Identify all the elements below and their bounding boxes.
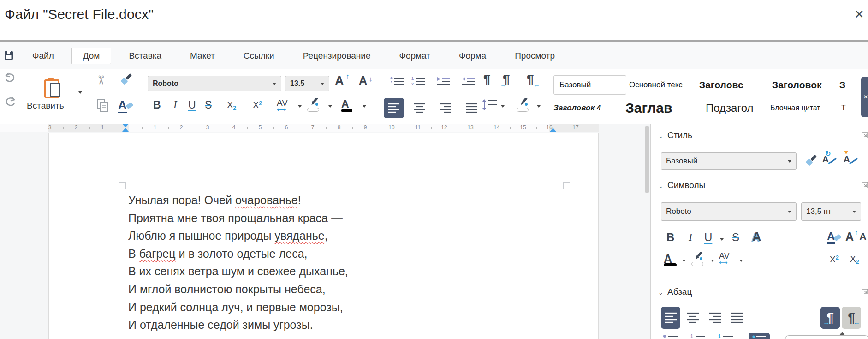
paragraph-shading-icon[interactable]	[517, 98, 529, 108]
sb-font-color-dropdown[interactable]	[682, 260, 686, 262]
paragraph-shading-dropdown[interactable]	[537, 105, 541, 108]
italic-icon[interactable]: I	[173, 99, 177, 111]
letter-spacing-icon[interactable]: AV ⟷	[277, 98, 288, 113]
font-name-select[interactable]: Roboto	[148, 76, 281, 91]
symbols-expand-icon[interactable]	[862, 182, 868, 188]
sb-bold-icon[interactable]: B	[666, 231, 674, 244]
menu-tab-формат[interactable]: Формат	[388, 48, 441, 64]
sb-numbered-list2-icon[interactable]: 1	[718, 333, 734, 339]
sb-underline-icon[interactable]: U	[704, 231, 712, 244]
font-color-icon[interactable]: A	[341, 98, 349, 110]
sb-numbered-list-icon[interactable]: 1	[690, 333, 706, 339]
align-center-button[interactable]	[410, 98, 430, 118]
undo-icon[interactable]	[4, 72, 17, 83]
sb-clear-formatting-icon[interactable]: A	[827, 230, 835, 243]
menu-tab-форма[interactable]: Форма	[448, 48, 497, 64]
sb-highlight-color-dropdown[interactable]	[711, 260, 714, 262]
sb-align-center-button[interactable]	[683, 307, 702, 329]
bold-icon[interactable]: B	[153, 99, 161, 111]
sb-font-color-icon[interactable]: A	[664, 252, 672, 266]
cut-icon[interactable]: ✂	[94, 75, 108, 85]
collapse-symbols-icon[interactable]: ⌄	[658, 182, 663, 189]
style-painter-icon[interactable]	[804, 154, 817, 168]
style-gallery-item[interactable]: Базовый	[553, 75, 626, 95]
ltr-paragraph-icon[interactable]: ¶→	[503, 73, 510, 86]
update-style-icon[interactable]: ↻ A	[822, 154, 829, 164]
line-spacing-icon[interactable]	[482, 99, 498, 111]
align-left-button[interactable]	[384, 98, 404, 118]
highlight-color-dropdown[interactable]	[328, 105, 332, 108]
sb-text-effects-icon[interactable]: A	[752, 230, 761, 244]
redo-icon[interactable]	[4, 96, 17, 107]
sb-highlight-color-icon[interactable]	[691, 252, 704, 262]
paragraph-expand-icon[interactable]	[862, 289, 868, 295]
menu-tab-файл[interactable]: Файл	[21, 48, 65, 64]
paste-icon[interactable]	[44, 78, 60, 97]
sb-subscript-icon[interactable]: X2	[850, 254, 859, 265]
sb-decrease-font-icon[interactable]: A↓	[859, 231, 867, 243]
style-select[interactable]: Базовый	[661, 152, 797, 170]
letter-spacing-dropdown[interactable]	[298, 105, 302, 108]
menu-tab-макет[interactable]: Макет	[179, 48, 226, 64]
collapse-paragraph-icon[interactable]: ⌄	[658, 289, 663, 296]
show-paragraph-marks-icon[interactable]: ¶	[483, 73, 491, 86]
menu-tab-ссылки[interactable]: Ссылки	[232, 48, 285, 64]
bullet-list-icon[interactable]	[390, 76, 404, 88]
menu-tab-вставка[interactable]: Вставка	[118, 48, 172, 64]
menu-tab-дом[interactable]: Дом	[71, 48, 112, 64]
styles-gallery-more-button[interactable]: ✕	[861, 77, 868, 117]
sb-rtl-paragraph-button[interactable]: ¶←	[842, 307, 861, 329]
save-icon[interactable]	[4, 50, 14, 61]
sb-bullet-list-icon[interactable]	[663, 333, 678, 339]
style-gallery-item[interactable]: Подзагол	[706, 102, 767, 115]
sb-align-right-button[interactable]	[705, 307, 725, 329]
document-page[interactable]: Унылая пора! Очей очарованье!Приятна мне…	[48, 133, 599, 339]
rtl-paragraph-icon[interactable]: ¶←	[527, 73, 534, 86]
new-style-icon[interactable]: * A	[844, 154, 850, 164]
decrease-indent-icon[interactable]	[461, 76, 476, 88]
sb-multilevel-list-button[interactable]	[749, 333, 770, 339]
font-color-dropdown[interactable]	[363, 105, 366, 108]
align-right-button[interactable]	[435, 98, 456, 118]
paste-button[interactable]: Вставить	[27, 101, 64, 111]
font-size-select[interactable]: 13.5	[285, 76, 329, 91]
style-gallery-item[interactable]: Основной текс	[629, 80, 696, 90]
close-icon[interactable]: ✕	[854, 7, 864, 22]
copy-icon[interactable]	[97, 99, 109, 113]
style-gallery-item[interactable]: Заголовок	[772, 79, 837, 91]
highlight-color-icon[interactable]	[307, 98, 320, 108]
strikethrough-icon[interactable]: S	[205, 99, 212, 111]
decrease-font-icon[interactable]: A↓	[359, 74, 367, 87]
style-gallery-item[interactable]: Заголовок 4	[553, 103, 623, 113]
sb-align-left-button[interactable]	[661, 307, 680, 329]
symbols-font-select[interactable]: Roboto	[661, 202, 797, 221]
sb-strikethrough-icon[interactable]: S	[732, 231, 739, 244]
symbols-size-select[interactable]: 13,5 пт	[801, 202, 861, 221]
first-line-indent-marker[interactable]	[122, 124, 129, 127]
paste-dropdown-arrow[interactable]	[78, 91, 82, 94]
style-gallery-item[interactable]: Заголовс	[699, 79, 769, 91]
sb-increase-font-icon[interactable]: A↑	[845, 230, 854, 243]
sb-letter-spacing-icon[interactable]: AV ⟷	[719, 251, 730, 266]
style-gallery-item[interactable]: Блочная цитат	[770, 104, 838, 112]
sb-letter-spacing-dropdown[interactable]	[739, 260, 743, 262]
hanging-indent-marker[interactable]	[122, 128, 129, 132]
underline-icon[interactable]: U	[188, 99, 196, 111]
sb-underline-dropdown[interactable]	[720, 238, 724, 241]
increase-indent-icon[interactable]	[436, 76, 451, 88]
sb-superscript-icon[interactable]: X2	[830, 254, 839, 265]
menu-tab-просмотр[interactable]: Просмотр	[504, 48, 566, 64]
document-scrollbar[interactable]	[645, 126, 649, 193]
subscript-icon[interactable]: X2	[227, 100, 237, 111]
superscript-icon[interactable]: X2	[253, 100, 262, 110]
style-expand-icon[interactable]	[862, 132, 868, 138]
style-gallery-item[interactable]: Т	[841, 104, 853, 112]
numbered-list-icon[interactable]: 12	[411, 76, 426, 88]
style-gallery-item[interactable]: З	[839, 79, 851, 91]
style-gallery-item[interactable]: Заглав	[625, 100, 703, 116]
menu-tab-рецензирование[interactable]: Рецензирование	[292, 48, 382, 64]
increase-font-icon[interactable]: A↑	[335, 74, 344, 88]
format-painter-icon[interactable]	[119, 73, 132, 87]
clear-formatting-icon[interactable]: A	[118, 98, 127, 112]
sb-ltr-paragraph-button[interactable]: ¶→	[820, 307, 840, 329]
